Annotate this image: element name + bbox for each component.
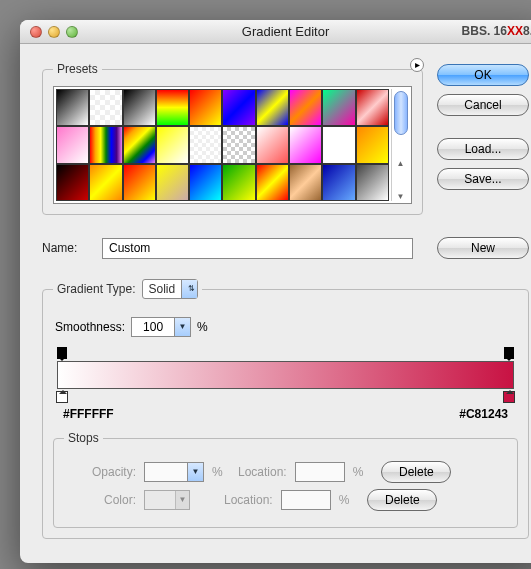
scrollbar-thumb[interactable] <box>394 91 408 135</box>
preset-swatch[interactable] <box>189 89 222 126</box>
dropdown-arrow-icon: ▼ <box>175 491 189 509</box>
color-label: Color: <box>64 493 136 507</box>
preset-swatch[interactable] <box>256 89 289 126</box>
preset-swatch[interactable] <box>89 164 122 201</box>
opacity-stop-right[interactable] <box>504 347 514 359</box>
preset-scrollbar[interactable]: ▲ ▼ <box>391 89 409 201</box>
preset-swatch[interactable] <box>56 89 89 126</box>
presets-fieldset: Presets ▸ <box>42 62 423 215</box>
stepper-arrows-icon: ⇅ <box>181 280 197 298</box>
gradient-bar[interactable] <box>57 361 514 389</box>
preset-swatch[interactable] <box>123 89 156 126</box>
watermark: BBS. 16XX8. C <box>462 23 531 38</box>
scroll-up-icon[interactable]: ▲ <box>397 159 405 168</box>
color-location-input <box>282 491 330 509</box>
gradient-type-value: Solid <box>143 282 182 296</box>
dropdown-arrow-icon[interactable]: ▼ <box>174 318 190 336</box>
smoothness-input[interactable] <box>132 318 174 336</box>
preset-swatch[interactable] <box>123 126 156 163</box>
presets-legend: Presets <box>53 62 102 76</box>
preset-swatch[interactable] <box>289 164 322 201</box>
preset-swatch[interactable] <box>222 126 255 163</box>
opacity-location-field <box>295 462 345 482</box>
preset-swatch[interactable] <box>289 126 322 163</box>
name-label: Name: <box>42 241 92 255</box>
opacity-stop-left[interactable] <box>57 347 67 359</box>
preset-swatch[interactable] <box>356 89 389 126</box>
opacity-location-input <box>296 463 344 481</box>
right-hex-label: #C81243 <box>459 407 508 421</box>
preset-swatch[interactable] <box>56 126 89 163</box>
preset-swatch[interactable] <box>356 126 389 163</box>
smoothness-field[interactable]: ▼ <box>131 317 191 337</box>
stops-legend: Stops <box>64 431 103 445</box>
preset-swatch[interactable] <box>256 126 289 163</box>
save-button[interactable]: Save... <box>437 168 529 190</box>
opacity-input <box>145 463 187 481</box>
new-button[interactable]: New <box>437 237 529 259</box>
smoothness-unit: % <box>197 320 208 334</box>
window-title: Gradient Editor <box>20 24 531 39</box>
color-location-field <box>281 490 331 510</box>
name-input[interactable] <box>102 238 413 259</box>
preset-swatch[interactable] <box>256 164 289 201</box>
location-unit: % <box>353 465 364 479</box>
preset-swatch[interactable] <box>322 164 355 201</box>
preset-swatch[interactable] <box>289 89 322 126</box>
preset-swatch[interactable] <box>156 126 189 163</box>
gradient-type-label: Gradient Type: <box>57 282 136 296</box>
gradient-type-select[interactable]: Solid ⇅ <box>142 279 199 299</box>
load-button[interactable]: Load... <box>437 138 529 160</box>
scroll-down-icon[interactable]: ▼ <box>397 192 405 201</box>
stops-fieldset: Stops Opacity: ▼ % Location: % Delete <box>53 431 518 528</box>
location-unit: % <box>339 493 350 507</box>
color-stop-right[interactable] <box>503 391 515 403</box>
preset-swatch[interactable] <box>123 164 156 201</box>
delete-color-stop-button[interactable]: Delete <box>367 489 437 511</box>
location-label: Location: <box>217 493 273 507</box>
preset-swatch[interactable] <box>222 89 255 126</box>
gradient-editor-window: Gradient Editor BBS. 16XX8. C Presets ▸ <box>20 20 531 563</box>
color-swatch: ▼ <box>144 490 190 510</box>
smoothness-label: Smoothness: <box>55 320 125 334</box>
preset-swatch[interactable] <box>356 164 389 201</box>
gradient-type-fieldset: Gradient Type: Solid ⇅ Smoothness: ▼ % <box>42 279 529 539</box>
preset-swatch[interactable] <box>56 164 89 201</box>
preset-swatch[interactable] <box>189 164 222 201</box>
delete-opacity-stop-button[interactable]: Delete <box>381 461 451 483</box>
opacity-label: Opacity: <box>64 465 136 479</box>
dropdown-arrow-icon: ▼ <box>187 463 203 481</box>
titlebar: Gradient Editor BBS. 16XX8. C <box>20 20 531 44</box>
preset-swatch[interactable] <box>322 126 355 163</box>
preset-swatch[interactable] <box>89 89 122 126</box>
color-swatch-fill <box>145 491 175 509</box>
preset-swatch[interactable] <box>89 126 122 163</box>
preset-swatch[interactable] <box>189 126 222 163</box>
side-buttons: OK Cancel Load... Save... <box>437 64 529 190</box>
content: Presets ▸ <box>20 44 531 563</box>
opacity-stops-track[interactable] <box>57 347 514 361</box>
left-hex-label: #FFFFFF <box>63 407 114 421</box>
opacity-unit: % <box>212 465 223 479</box>
preset-grid: ▲ ▼ <box>53 86 412 204</box>
cancel-button[interactable]: Cancel <box>437 94 529 116</box>
color-stop-left[interactable] <box>56 391 68 403</box>
color-stops-track[interactable] <box>57 389 514 403</box>
location-label: Location: <box>231 465 287 479</box>
preset-swatch[interactable] <box>322 89 355 126</box>
presets-flyout-icon[interactable]: ▸ <box>410 58 424 72</box>
opacity-field: ▼ <box>144 462 204 482</box>
preset-swatch[interactable] <box>156 89 189 126</box>
preset-swatch[interactable] <box>156 164 189 201</box>
gradient-type-legend: Gradient Type: Solid ⇅ <box>53 279 202 299</box>
ok-button[interactable]: OK <box>437 64 529 86</box>
preset-swatch[interactable] <box>222 164 255 201</box>
